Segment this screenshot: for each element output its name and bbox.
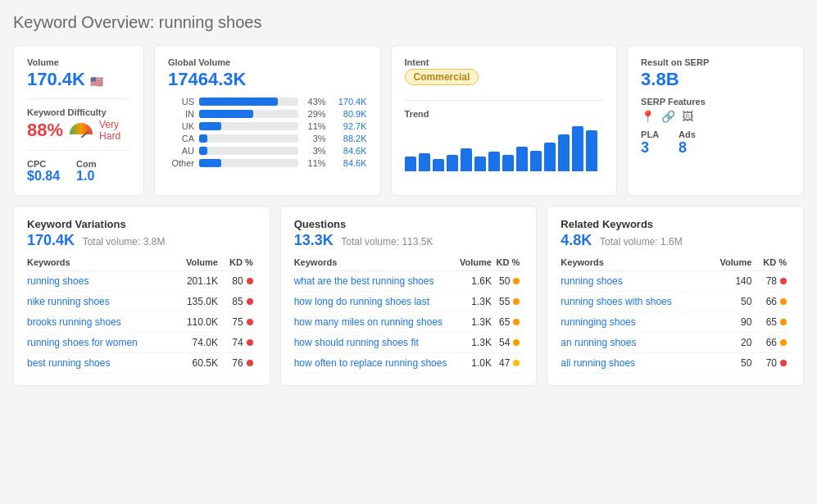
volume-cell: 1.0K (458, 353, 495, 374)
result-value: 3.8B (641, 69, 790, 90)
bar-country: AU (168, 146, 194, 156)
table-row: how often to replace running shoes 1.0K … (294, 353, 524, 374)
bar-row: UK 11% 92.7K (168, 121, 367, 131)
keyword-cell[interactable]: running shoes with shoes (561, 292, 709, 312)
volume-cell: 1.3K (458, 312, 495, 333)
kd-dot (513, 339, 520, 346)
trend-bar (572, 126, 583, 171)
kd-cell: 55 (495, 292, 523, 312)
volume-cell: 50 (710, 353, 756, 374)
kd-cell: 50 (495, 271, 523, 292)
bar-row: IN 29% 80.9K (168, 109, 367, 119)
bar-fill (199, 147, 207, 155)
volume-cell: 1.3K (458, 292, 495, 312)
keyword-cell[interactable]: how often to replace running shoes (294, 353, 458, 374)
bar-pct: 11% (303, 158, 326, 168)
q-col-kd: KD % (495, 254, 523, 271)
kv-col-kd: KD % (221, 254, 256, 271)
trend-bar (474, 157, 486, 171)
trend-bar (488, 152, 500, 171)
keyword-cell[interactable]: running shoes for women (27, 333, 175, 353)
kd-cell: 78 (755, 271, 790, 292)
table-row: how should running shoes fit 1.3K 54 (294, 333, 524, 353)
volume-cell: 1.6K (458, 271, 495, 292)
q-col-volume: Volume (458, 254, 495, 271)
table-row: running shoes 201.1K 80 (27, 271, 256, 292)
kd-dot (780, 278, 787, 284)
keyword-cell[interactable]: all running shoes (561, 353, 709, 374)
global-label: Global Volume (168, 57, 367, 67)
rk-total: Total volume: 1.6M (600, 236, 683, 247)
bar-country: IN (168, 109, 194, 119)
rk-count: 4.8K (561, 232, 592, 248)
bar-pct: 11% (303, 121, 326, 131)
volume-cell: 74.0K (175, 333, 221, 353)
volume-cell: 135.0K (175, 292, 221, 312)
q-col-keywords: Keywords (294, 254, 458, 271)
global-bars: US 43% 170.4K IN 29% 80.9K UK 11% 92.7K … (168, 97, 367, 168)
bar-pct: 3% (303, 146, 326, 156)
gauge-icon (70, 123, 93, 138)
kv-title: Keyword Variations (27, 218, 256, 230)
kd-dot (247, 278, 253, 284)
bar-num: 84.6K (331, 158, 367, 168)
keyword-cell[interactable]: how should running shoes fit (294, 333, 458, 353)
kd-cell: 76 (221, 353, 256, 374)
volume-label: Volume (27, 57, 130, 67)
kv-table: Keywords Volume KD % running shoes 201.1… (27, 254, 256, 374)
flag-icon: 🇺🇸 (90, 75, 103, 88)
kd-dot (513, 278, 520, 284)
volume-value: 170.4K 🇺🇸 (27, 69, 130, 90)
keyword-cell[interactable]: nike running shoes (27, 292, 175, 312)
keyword-cell[interactable]: an running shoes (561, 333, 709, 353)
keyword-cell[interactable]: brooks running shoes (27, 312, 175, 333)
bar-fill (199, 110, 253, 118)
com-item: Com 1.0 (76, 159, 96, 184)
serp-card: Result on SERP 3.8B SERP Features 📍 🔗 🖼 … (627, 45, 804, 196)
keyword-cell[interactable]: runninging shoes (561, 312, 709, 333)
keyword-cell[interactable]: running shoes (561, 271, 709, 292)
table-row: running shoes for women 74.0K 74 (27, 333, 256, 353)
keyword-cell[interactable]: running shoes (27, 271, 175, 292)
keyword-cell[interactable]: best running shoes (27, 353, 175, 374)
kd-label: Keyword Difficulty (27, 107, 130, 117)
volume-cell: 90 (710, 312, 756, 333)
table-row: running shoes with shoes 50 66 (561, 292, 790, 312)
q-total: Total volume: 113.5K (341, 236, 433, 247)
link-icon: 🔗 (661, 110, 675, 123)
page-title: Keyword Overview: running shoes (13, 13, 804, 32)
kv-col-keywords: Keywords (27, 254, 175, 271)
bar-country: Other (168, 158, 194, 168)
kv-count: 170.4K (27, 232, 75, 248)
trend-bar (419, 153, 430, 171)
table-row: runninging shoes 90 65 (561, 312, 790, 333)
kv-col-volume: Volume (175, 254, 221, 271)
q-table: Keywords Volume KD % what are the best r… (294, 254, 524, 374)
related-keywords-card: Related Keywords 4.8K Total volume: 1.6M… (547, 206, 804, 386)
trend-bar (530, 151, 542, 171)
keyword-cell[interactable]: how many miles on running shoes (294, 312, 458, 333)
kd-cell: 80 (221, 271, 256, 292)
kd-cell: 66 (755, 292, 790, 312)
kd-text: Very Hard (99, 119, 130, 142)
bar-bg (199, 134, 298, 143)
rk-table: Keywords Volume KD % running shoes 140 7… (561, 254, 790, 374)
kd-cell: 74 (221, 333, 256, 353)
volume-cell: 110.0K (175, 312, 221, 333)
table-row: what are the best running shoes 1.6K 50 (294, 271, 524, 292)
table-row: best running shoes 60.5K 76 (27, 353, 256, 374)
features-label: SERP Features (641, 97, 790, 107)
intent-label: Intent (405, 57, 604, 67)
keyword-cell[interactable]: what are the best running shoes (294, 271, 458, 292)
bar-fill (199, 159, 221, 167)
bar-num: 80.9K (331, 109, 367, 119)
kd-dot (247, 319, 253, 325)
bar-pct: 29% (303, 109, 326, 119)
keyword-cell[interactable]: how long do running shoes last (294, 292, 458, 312)
bar-num: 92.7K (331, 121, 367, 131)
bar-fill (199, 134, 207, 143)
ads-item: Ads 8 (679, 129, 696, 157)
bar-bg (199, 147, 298, 155)
table-row: all running shoes 50 70 (561, 353, 790, 374)
bar-row: CA 3% 88.2K (168, 134, 367, 143)
